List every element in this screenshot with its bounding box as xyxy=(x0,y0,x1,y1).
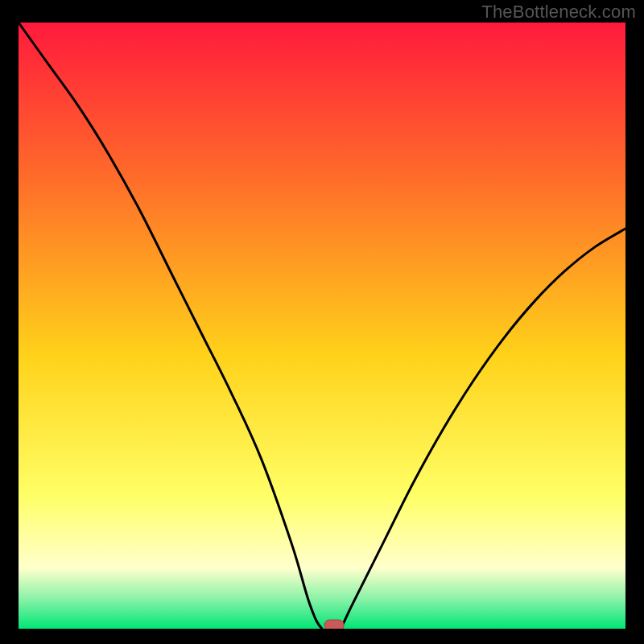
watermark-text: TheBottleneck.com xyxy=(481,2,636,23)
plot-area xyxy=(19,23,625,629)
chart-frame: TheBottleneck.com xyxy=(0,0,644,644)
optimal-marker xyxy=(324,620,344,629)
bottleneck-chart xyxy=(19,23,625,629)
gradient-background xyxy=(19,23,625,629)
